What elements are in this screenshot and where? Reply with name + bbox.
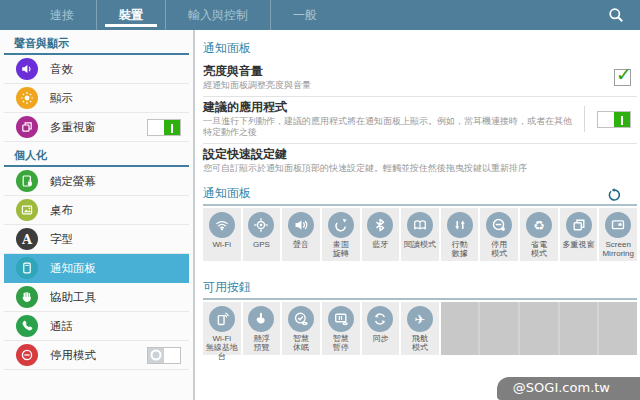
建議的應用程式-toggle[interactable]: [597, 111, 631, 128]
gps-icon: [248, 212, 274, 238]
quick-button-label: 飛航 模式: [412, 334, 428, 352]
brightness-icon: [16, 87, 38, 109]
quick-button-label: 聲音: [293, 240, 309, 249]
sidebar-item-鎖定螢幕[interactable]: 鎖定螢幕: [4, 167, 189, 196]
sound-icon: [288, 212, 314, 238]
accessibility-icon: [16, 286, 38, 308]
refresh-icon[interactable]: [607, 188, 621, 202]
rotate-icon: [328, 212, 354, 238]
speaker-icon: [16, 58, 38, 80]
sidebar-item-通知面板[interactable]: 通知面板: [4, 254, 189, 283]
lock-screen-icon: [16, 170, 38, 192]
quick-button-label: 藍牙: [372, 240, 388, 249]
search-icon[interactable]: [608, 7, 624, 23]
sidebar-item-多重視窗[interactable]: 多重視窗: [4, 113, 189, 142]
quick-button-label: 多重視窗: [563, 240, 595, 249]
多重視窗-toggle[interactable]: [147, 119, 181, 136]
tab-輸入與控制[interactable]: 輸入與控制: [165, 0, 270, 30]
font-icon: A: [16, 228, 38, 250]
quick-button-label: GPS: [253, 240, 270, 249]
sidebar-item-音效[interactable]: 音效: [4, 55, 189, 84]
quick-button-ScreenMirroring[interactable]: Screen Mirroring: [597, 208, 637, 261]
reading-mode-icon: [407, 212, 433, 238]
sidebar-item-label: 桌布: [50, 203, 189, 218]
panel-grid-title: 通知面板: [203, 185, 251, 202]
quick-button-Wi-Fi[interactable]: Wi-Fi: [203, 208, 241, 261]
smart-pause-icon: [328, 306, 354, 332]
quick-button-藍牙[interactable]: 藍牙: [360, 208, 400, 261]
sidebar-item-label: 停用模式: [50, 348, 147, 363]
air-view-icon: [248, 306, 274, 332]
quick-button-智慧休眠[interactable]: 智慧 休眠: [280, 302, 320, 355]
page-title: 通知面板: [203, 40, 637, 57]
quick-button-省電模式[interactable]: ♻省電 模式: [518, 208, 558, 261]
notification-panel-icon: [16, 257, 38, 279]
wallpaper-icon: [16, 199, 38, 221]
checkmark-icon: ✓: [616, 63, 632, 85]
quick-button-label: 省電 模式: [531, 240, 547, 258]
empty-slot: [558, 302, 598, 355]
sidebar-item-桌布[interactable]: 桌布: [4, 196, 189, 225]
sidebar-section-header: 聲音與顯示: [4, 30, 189, 55]
quick-button-停用模式[interactable]: 停用 模式: [478, 208, 518, 261]
亮度與音量-checkbox[interactable]: ✓: [614, 69, 631, 86]
call-icon: [16, 315, 38, 337]
setting-subtitle: 經通知面板調整亮度與音量: [203, 80, 606, 91]
setting-text: 設定快速設定鍵您可自訂顯示於通知面板頂部的快速設定鍵。輕觸並按住然後拖曳按鍵以重…: [203, 147, 631, 174]
quick-button-行動數據[interactable]: 行動 數據: [439, 208, 479, 261]
tab-裝置[interactable]: 裝置: [96, 0, 165, 30]
empty-slot: [439, 302, 479, 355]
sidebar-item-顯示[interactable]: 顯示: [4, 84, 189, 113]
tab-list: 連接裝置輸入與控制一般: [28, 0, 339, 30]
quick-button-label: 智慧 暫停: [333, 334, 349, 352]
empty-slot: [478, 302, 518, 355]
smart-stay-icon: [288, 306, 314, 332]
setting-row-設定快速設定鍵[interactable]: 設定快速設定鍵您可自訂顯示於通知面板頂部的快速設定鍵。輕觸並按住然後拖曳按鍵以重…: [203, 144, 637, 179]
setting-title: 建議的應用程式: [203, 100, 576, 115]
empty-slot: [518, 302, 558, 355]
sidebar-item-協助工具[interactable]: 協助工具: [4, 283, 189, 312]
setting-title: 亮度與音量: [203, 64, 606, 79]
mobile-data-icon: [447, 212, 473, 238]
empty-slot: [597, 302, 637, 355]
quick-button-GPS[interactable]: GPS: [241, 208, 281, 261]
watermark: @SOGI.com.tw: [497, 377, 640, 400]
quick-button-同步[interactable]: 同步: [360, 302, 400, 355]
sidebar-item-label: 音效: [50, 62, 189, 77]
quick-button-聲音[interactable]: 聲音: [280, 208, 320, 261]
quick-button-Wi-Fi無線基地台[interactable]: Wi-Fi 無線基地台: [203, 302, 241, 355]
sidebar-item-label: 多重視窗: [50, 120, 147, 135]
available-grid-title: 可用按鈕: [203, 279, 251, 296]
bluetooth-icon: [367, 212, 393, 238]
setting-text: 亮度與音量經通知面板調整亮度與音量: [203, 64, 606, 91]
tab-連接[interactable]: 連接: [28, 0, 96, 30]
sidebar-item-字型[interactable]: A字型: [4, 225, 189, 254]
quick-button-智慧暫停[interactable]: 智慧 暫停: [320, 302, 360, 355]
tab-一般[interactable]: 一般: [270, 0, 339, 30]
sidebar-item-通話[interactable]: 通話: [4, 312, 189, 341]
停用模式-toggle[interactable]: [147, 347, 181, 364]
setting-row-亮度與音量[interactable]: 亮度與音量經通知面板調整亮度與音量✓: [203, 61, 637, 97]
sidebar-item-label: 通知面板: [50, 261, 189, 276]
setting-subtitle: 一旦進行下列動作，建議的應用程式將在通知面板上顯示。例如，當耳機連接時，或者在其…: [203, 116, 576, 138]
quick-button-多重視窗[interactable]: 多重視窗: [558, 208, 598, 261]
quick-button-飛航模式[interactable]: ✈飛航 模式: [399, 302, 439, 355]
quick-button-label: 懸浮 預覽: [253, 334, 269, 352]
quick-button-閱讀模式[interactable]: 閱讀模式: [399, 208, 439, 261]
panel-grid-header: 通知面板: [203, 181, 637, 206]
multi-window-icon: [566, 212, 592, 238]
setting-row-建議的應用程式[interactable]: 建議的應用程式一旦進行下列動作，建議的應用程式將在通知面板上顯示。例如，當耳機連…: [203, 97, 637, 144]
quick-button-懸浮預覽[interactable]: 懸浮 預覽: [241, 302, 281, 355]
watermark-text: @SOGI.com.tw: [513, 380, 610, 395]
sidebar-item-label: 協助工具: [50, 290, 189, 305]
sidebar-item-停用模式[interactable]: 停用模式: [4, 341, 189, 370]
wifi-hotspot-icon: [209, 306, 235, 332]
screen-mirroring-icon: [605, 212, 631, 238]
quick-button-label: 畫面 旋轉: [333, 240, 349, 258]
quick-button-label: 行動 數據: [452, 240, 468, 258]
settings-content: 通知面板 亮度與音量經通知面板調整亮度與音量✓建議的應用程式一旦進行下列動作，建…: [195, 30, 640, 400]
settings-sidebar: 聲音與顯示音效顯示多重視窗個人化鎖定螢幕桌布A字型通知面板協助工具通話停用模式: [0, 30, 195, 400]
blocking-round-icon: [486, 212, 512, 238]
airplane-icon: ✈: [407, 306, 433, 332]
quick-button-畫面旋轉[interactable]: 畫面 旋轉: [320, 208, 360, 261]
